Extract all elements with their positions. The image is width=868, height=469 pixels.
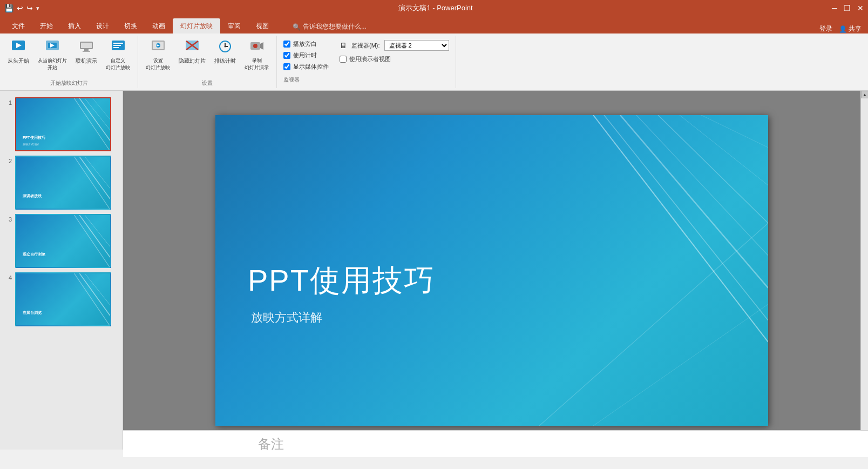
from-current-icon [44,38,61,56]
from-beginning-button[interactable]: 从头开始 [4,37,32,66]
slide-2-title: 演讲者放映 [23,193,42,199]
setup-show-label: 设置幻灯片放映 [146,57,170,71]
svg-line-46 [701,115,768,148]
online-present-icon [78,38,95,56]
tab-insert[interactable]: 插入 [60,18,89,34]
show-media-controls-row: 显示媒体控件 [283,63,329,71]
svg-line-38 [85,273,110,305]
redo-icon[interactable]: ↪ [26,4,33,12]
tab-transitions[interactable]: 切换 [117,18,145,34]
online-present-button[interactable]: 联机演示 [72,37,100,66]
svg-line-47 [539,223,768,426]
quick-access-toolbar: 💾 ↩ ↪ ▾ [4,4,39,12]
from-current-button[interactable]: 从当前幻灯片开始 [35,37,70,73]
svg-rect-11 [113,45,121,46]
from-beginning-label: 从头开始 [8,57,29,65]
canvas-area: PPT使用技巧 放映方式详解 [123,91,860,450]
slide-thumb-4[interactable]: 在展台浏览 [15,272,111,326]
window-title: 演示文稿1 - PowerPoint [39,3,832,13]
slide-item-4[interactable]: 4 在展台浏览 [0,270,123,329]
svg-line-33 [74,157,110,210]
settings-group-label: 设置 [202,79,213,87]
slide-item-1[interactable]: 1 PPT使用技巧 放映方式详解 [0,95,123,153]
record-slideshow-label: 录制幻灯片演示 [245,57,269,71]
ribbon-tabs: 文件 开始 插入 设计 切换 动画 幻灯片放映 审阅 视图 🔍 告诉我您想要做什… [0,16,868,34]
show-media-controls-checkbox[interactable] [283,63,290,70]
playback-narration-row: 播放旁白 [283,40,329,48]
main-area: 1 PPT使用技巧 放映方式详解 2 演讲 [0,91,868,450]
close-button[interactable]: ✕ [857,4,864,12]
title-bar: 💾 ↩ ↪ ▾ 演示文稿1 - PowerPoint ─ ❐ ✕ [0,0,868,16]
tab-animations[interactable]: 动画 [145,18,173,34]
svg-line-31 [79,157,110,199]
slide-item-3[interactable]: 3 观众自行浏览 [0,212,123,270]
custom-show-icon [110,38,127,56]
svg-line-36 [74,215,110,268]
tab-design[interactable]: 设计 [89,18,117,34]
svg-line-27 [79,98,110,140]
monitor-group-label: 监视器 [283,76,300,84]
monitor-select[interactable]: 监视器 2 监视器 1 [384,40,449,51]
rehearse-timings-icon [216,38,234,56]
undo-icon[interactable]: ↩ [17,4,23,12]
rehearse-timings-button[interactable]: 排练计时 [211,37,239,66]
use-timings-label: 使用计时 [293,51,317,59]
tab-slideshow[interactable]: 幻灯片放映 [173,18,220,34]
svg-line-41 [604,115,768,320]
tab-review[interactable]: 审阅 [220,18,248,34]
monitor-icon: 🖥 [340,41,347,50]
playback-narration-checkbox[interactable] [283,41,290,48]
use-timings-checkbox[interactable] [283,52,290,59]
minimize-button[interactable]: ─ [832,4,837,12]
online-present-label: 联机演示 [76,57,97,65]
login-button[interactable]: 登录 [819,24,832,34]
svg-line-45 [680,115,768,185]
playback-narration-label: 播放旁白 [293,40,317,48]
slide-main-subtitle: 放映方式详解 [251,310,322,326]
hide-slide-icon [184,38,201,56]
tell-me-label: 告诉我您想要做什么... [303,22,367,31]
use-timings-row: 使用计时 [283,51,329,59]
svg-point-23 [225,46,226,48]
custom-show-label: 自定义幻灯片放映 [106,57,130,71]
search-icon: 🔍 [293,23,301,31]
user-actions: 登录 👤共享 [813,24,868,34]
slide-thumb-2[interactable]: 演讲者放映 [15,156,111,210]
svg-rect-7 [84,49,89,51]
slide-1-title: PPT使用技巧 [23,135,45,140]
slide-thumb-1[interactable]: PPT使用技巧 放映方式详解 [15,97,111,151]
scroll-track[interactable] [861,98,868,442]
setup-show-button[interactable]: 设置幻灯片放映 [143,37,173,73]
slide-num-1: 1 [4,99,12,106]
ribbon-group-settings: 设置幻灯片放映 隐藏幻灯片 排练计时 录制幻灯片演示 设置 [138,36,277,88]
svg-line-48 [593,304,768,426]
monitor-selector: 🖥 监视器(M): 监视器 2 监视器 1 使用演示者视图 [340,40,449,63]
restore-button[interactable]: ❐ [844,4,851,12]
tab-file[interactable]: 文件 [4,18,32,34]
notes-placeholder: 备注 [258,435,284,453]
svg-line-44 [658,115,768,223]
notes-area: 备注 [123,430,868,457]
slide-thumb-3[interactable]: 观众自行浏览 [15,214,111,268]
save-icon[interactable]: 💾 [4,4,13,12]
svg-line-34 [79,215,110,257]
share-button[interactable]: 👤共享 [839,24,862,34]
ribbon-group-start-show: 从头开始 从当前幻灯片开始 联机演示 自定义幻灯片放映 开始放 [0,36,138,88]
tell-me-input[interactable]: 🔍 告诉我您想要做什么... [287,20,372,34]
tab-home[interactable]: 开始 [32,18,60,34]
right-scrollbar: ▲ ▼ [860,91,868,450]
hide-slide-button[interactable]: 隐藏幻灯片 [175,37,209,66]
slide-panel: 1 PPT使用技巧 放映方式详解 2 演讲 [0,91,123,450]
scroll-up-button[interactable]: ▲ [861,91,868,98]
main-slide-canvas: PPT使用技巧 放映方式详解 [215,115,768,426]
show-media-controls-label: 显示媒体控件 [293,63,329,71]
svg-rect-6 [81,43,92,48]
custom-show-button[interactable]: 自定义幻灯片放映 [103,37,133,73]
record-slideshow-button[interactable]: 录制幻灯片演示 [241,37,272,73]
slide-item-2[interactable]: 2 演讲者放映 [0,153,123,212]
slide-num-4: 4 [4,274,12,281]
presenter-view-checkbox[interactable] [340,56,347,63]
svg-line-35 [85,215,110,247]
tab-view[interactable]: 视图 [248,18,276,34]
share-icon: 👤 [839,25,847,33]
